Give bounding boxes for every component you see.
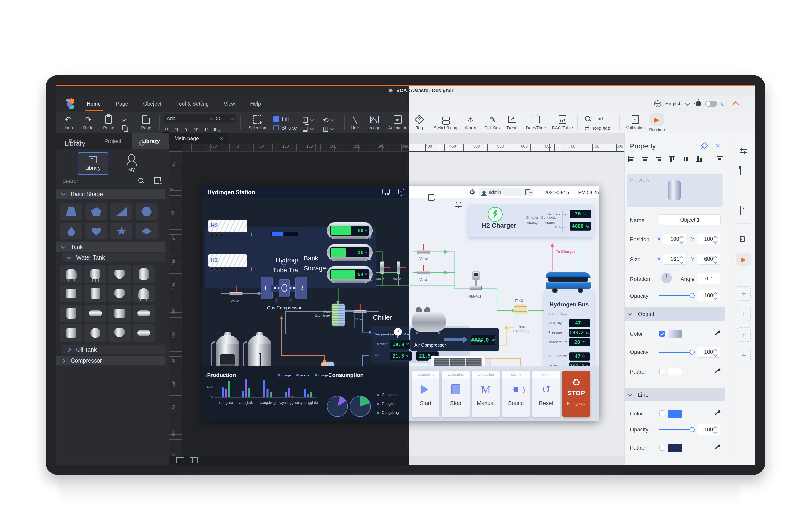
object-color-swatch[interactable] bbox=[668, 330, 682, 338]
datetime-tool[interactable]: Date/Time bbox=[526, 115, 546, 130]
shape-item[interactable] bbox=[60, 204, 82, 220]
menu-item[interactable]: Home bbox=[86, 101, 102, 107]
gear-icon[interactable]: ⚙ bbox=[469, 189, 476, 195]
line-pattern-checkbox[interactable] bbox=[659, 445, 665, 451]
switch-lamp-tool[interactable]: Switch/Lamp bbox=[434, 115, 459, 130]
tank-item[interactable] bbox=[85, 305, 106, 322]
strikethrough-button[interactable]: T bbox=[194, 127, 198, 133]
valve[interactable] bbox=[417, 271, 430, 274]
shape-item[interactable] bbox=[110, 223, 132, 240]
library-tab[interactable]: Library bbox=[78, 152, 108, 175]
page-button[interactable]: Page bbox=[141, 115, 151, 130]
grid-view-icon[interactable] bbox=[176, 457, 184, 463]
collapse-ribbon-chevron[interactable] bbox=[732, 101, 739, 108]
bell-icon[interactable] bbox=[456, 202, 461, 207]
manual-button[interactable]: OpertatingMManual bbox=[472, 370, 500, 417]
valve-vertical[interactable] bbox=[397, 262, 400, 274]
align-objects-button[interactable]: ▤ bbox=[302, 126, 313, 132]
fan-icon[interactable] bbox=[414, 189, 421, 195]
eyedropper-icon[interactable] bbox=[714, 411, 720, 416]
valve-vertical[interactable] bbox=[380, 262, 384, 274]
tank-item[interactable] bbox=[85, 265, 106, 283]
close-icon[interactable]: × bbox=[716, 141, 720, 150]
shape-item[interactable] bbox=[135, 204, 158, 220]
history-clock-icon[interactable] bbox=[740, 207, 741, 214]
name-input[interactable]: Object 1 bbox=[659, 214, 721, 225]
eyedropper-icon[interactable] bbox=[714, 445, 720, 451]
align-middle-v-icon[interactable] bbox=[683, 156, 690, 162]
tank-item[interactable] bbox=[85, 285, 106, 302]
align-text-button[interactable]: ≡ bbox=[214, 126, 221, 133]
scada-artboard[interactable]: Hydrogen Station 1 ⚙ admin 2021-09-15 bbox=[202, 186, 599, 421]
arrange-button[interactable] bbox=[302, 116, 313, 124]
animation-tool[interactable]: ▶Animation bbox=[388, 115, 407, 130]
line-tool[interactable]: ╲Line bbox=[351, 115, 359, 130]
cut-button[interactable]: ✂ bbox=[122, 116, 127, 125]
tank-item[interactable] bbox=[109, 265, 131, 283]
tank-item[interactable] bbox=[60, 265, 82, 283]
position-y-stepper[interactable] bbox=[714, 236, 717, 243]
stroke-button[interactable]: Stroke bbox=[273, 125, 297, 131]
line-color-checkbox[interactable] bbox=[659, 411, 665, 416]
shape-item[interactable] bbox=[60, 223, 82, 240]
object-opacity-slider[interactable] bbox=[659, 352, 692, 353]
line-color-swatch[interactable] bbox=[668, 410, 682, 418]
valve[interactable] bbox=[230, 292, 242, 295]
tank-item[interactable] bbox=[133, 265, 155, 283]
shape-item[interactable] bbox=[110, 204, 132, 220]
daq-table-tool[interactable]: DAQ Table bbox=[552, 115, 573, 130]
section-water-tank[interactable]: Water Tank bbox=[62, 253, 165, 262]
find-button[interactable]: Find bbox=[585, 116, 603, 121]
tag-tool[interactable]: Tag bbox=[416, 115, 423, 130]
runtime-quick-play-button[interactable]: ▶ bbox=[736, 253, 751, 266]
copy-button[interactable] bbox=[122, 124, 127, 131]
object-pattern-swatch[interactable] bbox=[668, 367, 682, 376]
gas-compressor[interactable]: L R bbox=[261, 275, 306, 302]
valve[interactable] bbox=[354, 310, 366, 313]
section-oil-tank[interactable]: Oil Tank bbox=[62, 345, 165, 354]
rotate-button[interactable]: ⟲ bbox=[323, 116, 333, 124]
eyedropper-icon[interactable] bbox=[714, 368, 720, 375]
line-section-header[interactable]: Line bbox=[625, 388, 725, 401]
line-pattern-swatch[interactable] bbox=[668, 444, 682, 452]
emergency-stop-button[interactable]: ♻ STOP Emergency bbox=[562, 370, 590, 417]
flow-meter[interactable] bbox=[471, 271, 482, 292]
tank-item[interactable] bbox=[60, 324, 82, 342]
menu-item[interactable]: Obeject bbox=[142, 101, 162, 107]
add-panel-button[interactable]: + bbox=[737, 348, 751, 362]
bottom-tab[interactable]: Project bbox=[94, 133, 131, 149]
start-button[interactable]: OpertatingStart bbox=[412, 370, 439, 417]
eyedropper-icon[interactable] bbox=[714, 331, 720, 337]
tank-item[interactable] bbox=[60, 305, 82, 322]
add-library-icon[interactable] bbox=[154, 177, 161, 184]
undo-button[interactable]: ↶Undo bbox=[62, 115, 73, 130]
object-color-checkbox[interactable] bbox=[659, 331, 665, 337]
underline-button[interactable]: T bbox=[204, 127, 207, 133]
language-select[interactable]: English bbox=[665, 101, 682, 107]
shape-item[interactable] bbox=[85, 204, 107, 220]
runtime-button[interactable]: ▶Runtime bbox=[649, 113, 665, 132]
tank-item[interactable] bbox=[109, 285, 131, 302]
new-tab-button[interactable]: + bbox=[235, 135, 239, 144]
charger-icon[interactable] bbox=[429, 194, 434, 201]
bold-button[interactable]: T bbox=[175, 127, 179, 133]
trend-tool[interactable]: Trend bbox=[506, 115, 517, 130]
section-compressor[interactable]: Compressor bbox=[56, 356, 165, 365]
tank-item[interactable] bbox=[60, 285, 82, 302]
stop-button[interactable]: OpertatingStop bbox=[442, 370, 470, 417]
shape-item[interactable] bbox=[135, 223, 158, 240]
tank-item[interactable] bbox=[109, 305, 131, 322]
object-section-header[interactable]: Object bbox=[625, 307, 725, 321]
line-opacity-slider[interactable] bbox=[659, 429, 692, 430]
theme-toggle[interactable] bbox=[705, 101, 717, 107]
tank-item[interactable] bbox=[133, 324, 155, 342]
add-panel-button[interactable]: + bbox=[737, 327, 751, 342]
align-top-icon[interactable] bbox=[669, 156, 676, 162]
add-panel-button[interactable]: + bbox=[737, 307, 751, 321]
my-tab[interactable]: My bbox=[118, 154, 145, 175]
redo-button[interactable]: ↷Redo bbox=[83, 115, 93, 130]
tank-item[interactable] bbox=[133, 305, 155, 322]
distribute-button[interactable]: ◫ bbox=[323, 126, 333, 132]
paste-button[interactable]: Paste bbox=[103, 115, 114, 130]
tank-item[interactable] bbox=[109, 324, 131, 342]
